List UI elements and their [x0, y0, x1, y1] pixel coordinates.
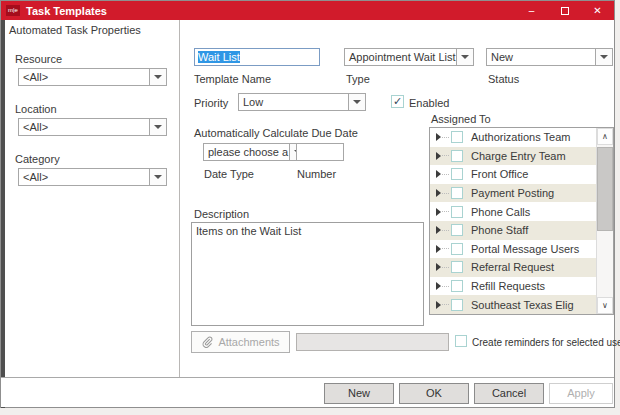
location-select[interactable]: <All>: [18, 118, 167, 136]
minimize-icon: –: [529, 5, 535, 16]
create-reminders-label: Create reminders for selected users: [472, 337, 620, 348]
window-title: Task Templates: [26, 5, 515, 17]
cancel-button[interactable]: Cancel: [474, 383, 544, 404]
apply-button[interactable]: Apply: [549, 383, 613, 404]
list-item[interactable]: Portal Message Users: [430, 240, 596, 259]
attachments-button[interactable]: Attachments: [191, 331, 290, 353]
attachment-field[interactable]: [296, 333, 449, 351]
template-name-field[interactable]: Wait List: [194, 48, 320, 66]
row-checkbox[interactable]: [451, 206, 463, 218]
date-type-value: please choose a t: [204, 144, 289, 160]
row-checkbox[interactable]: [451, 187, 463, 199]
tree-expand-icon[interactable]: [436, 208, 441, 216]
status-value: New: [487, 49, 595, 65]
scroll-down-button[interactable]: ∨: [597, 297, 613, 314]
chevron-down-icon[interactable]: [149, 119, 166, 135]
due-date-header: Automatically Calculate Due Date: [194, 127, 358, 139]
selected-text: Wait List: [198, 51, 240, 63]
row-checkbox[interactable]: [451, 224, 463, 236]
resource-select[interactable]: <All>: [18, 68, 167, 86]
description-textarea[interactable]: Items on the Wait List: [191, 222, 424, 326]
priority-value: Low: [239, 94, 348, 110]
ok-button[interactable]: OK: [399, 383, 469, 404]
attachments-button-label: Attachments: [218, 336, 279, 348]
row-checkbox[interactable]: [451, 299, 463, 311]
enabled-label: Enabled: [409, 97, 449, 109]
category-select[interactable]: <All>: [18, 168, 167, 186]
window-left-border: [1, 20, 5, 408]
app-logo-icon: m|e: [6, 5, 20, 16]
assigned-to-rows: Authorizations Team Charge Entry Team Fr…: [430, 128, 596, 314]
scroll-thumb[interactable]: [597, 147, 613, 231]
minimize-button[interactable]: –: [515, 1, 548, 20]
list-item[interactable]: Southeast Texas Elig: [430, 295, 596, 314]
tree-expand-icon[interactable]: [436, 226, 441, 234]
list-scrollbar[interactable]: ∧ ∨: [596, 128, 613, 314]
description-label: Description: [194, 208, 249, 220]
paperclip-icon: [201, 336, 213, 348]
category-label: Category: [15, 153, 60, 165]
priority-select[interactable]: Low: [238, 93, 366, 111]
tree-expand-icon[interactable]: [436, 282, 441, 290]
type-label: Type: [346, 73, 370, 85]
panel-divider: [179, 20, 180, 379]
location-value: <All>: [19, 119, 149, 135]
tree-expand-icon[interactable]: [436, 170, 441, 178]
chevron-down-icon[interactable]: [149, 169, 166, 185]
title-bar: m|e Task Templates – ✕: [1, 1, 614, 20]
tree-expand-icon[interactable]: [436, 152, 441, 160]
row-checkbox[interactable]: [451, 243, 463, 255]
location-label: Location: [15, 103, 57, 115]
new-button[interactable]: New: [324, 383, 394, 404]
list-item[interactable]: Front Office: [430, 165, 596, 184]
assigned-to-list: Authorizations Team Charge Entry Team Fr…: [429, 127, 614, 315]
enabled-checkbox[interactable]: ✓: [391, 95, 404, 108]
task-templates-dialog: m|e Task Templates – ✕ Automated Task Pr…: [0, 0, 615, 408]
create-reminders-checkbox[interactable]: [455, 335, 467, 347]
chevron-down-icon[interactable]: [595, 49, 612, 65]
priority-label: Priority: [194, 97, 228, 109]
row-checkbox[interactable]: [451, 150, 463, 162]
row-checkbox[interactable]: [451, 131, 463, 143]
resource-value: <All>: [19, 69, 149, 85]
type-value: Appointment Wait List: [345, 49, 456, 65]
tree-expand-icon[interactable]: [436, 189, 441, 197]
assigned-to-label: Assigned To: [431, 113, 491, 125]
row-checkbox[interactable]: [451, 261, 463, 273]
list-item[interactable]: Referral Request: [430, 258, 596, 277]
list-item[interactable]: Charge Entry Team: [430, 147, 596, 166]
list-item[interactable]: Payment Posting: [430, 184, 596, 203]
list-item[interactable]: Refill Requests: [430, 277, 596, 296]
check-icon: ✓: [393, 96, 402, 107]
type-select[interactable]: Appointment Wait List: [344, 48, 474, 66]
tree-expand-icon[interactable]: [436, 301, 441, 309]
left-panel-header: Automated Task Properties: [9, 24, 141, 36]
maximize-button[interactable]: [548, 1, 581, 20]
date-type-select[interactable]: please choose a t: [203, 143, 307, 161]
chevron-down-icon[interactable]: [149, 69, 166, 85]
chevron-down-icon[interactable]: [456, 49, 473, 65]
tree-expand-icon[interactable]: [436, 263, 441, 271]
resource-label: Resource: [15, 53, 62, 65]
status-select[interactable]: New: [486, 48, 613, 66]
tree-expand-icon[interactable]: [436, 245, 441, 253]
list-item[interactable]: Phone Calls: [430, 202, 596, 221]
close-button[interactable]: ✕: [581, 1, 614, 20]
maximize-icon: [561, 7, 569, 15]
scroll-track[interactable]: [597, 145, 613, 297]
number-field[interactable]: [296, 143, 344, 161]
template-name-label: Template Name: [194, 73, 271, 85]
date-type-label: Date Type: [204, 168, 254, 180]
close-icon: ✕: [593, 5, 601, 16]
status-label: Status: [488, 73, 519, 85]
row-checkbox[interactable]: [451, 168, 463, 180]
list-item[interactable]: Phone Staff: [430, 221, 596, 240]
tree-expand-icon[interactable]: [436, 133, 441, 141]
row-checkbox[interactable]: [451, 280, 463, 292]
scroll-up-button[interactable]: ∧: [597, 128, 613, 145]
number-label: Number: [297, 168, 336, 180]
chevron-down-icon[interactable]: [348, 94, 365, 110]
list-item[interactable]: Authorizations Team: [430, 128, 596, 147]
footer-bar: New OK Cancel Apply: [1, 377, 614, 407]
category-value: <All>: [19, 169, 149, 185]
